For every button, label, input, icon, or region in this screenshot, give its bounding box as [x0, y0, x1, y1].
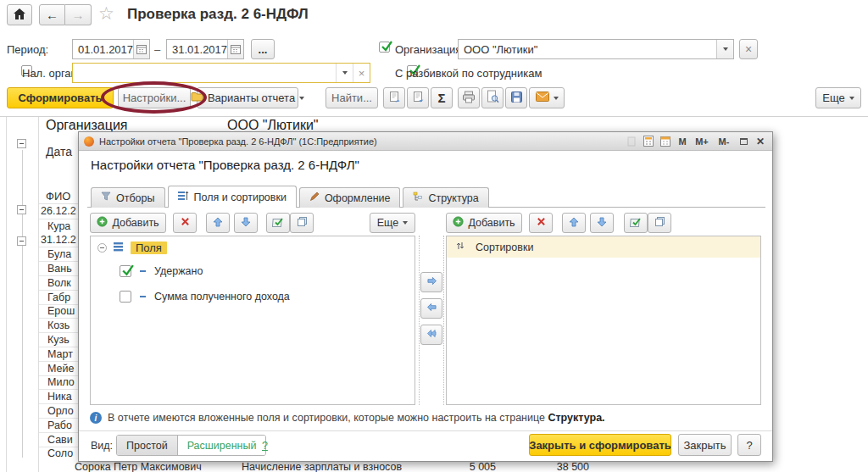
transfer-splitter[interactable]: [419, 236, 444, 405]
right-add-button[interactable]: Добавить: [446, 213, 522, 233]
fields-group-row[interactable]: Поля: [91, 236, 415, 258]
table-row[interactable]: Рабо: [39, 418, 78, 432]
find-button[interactable]: Найти...: [326, 87, 378, 108]
scale-down-button[interactable]: M-: [715, 135, 733, 148]
table-row[interactable]: Соло: [39, 447, 78, 460]
close-and-generate-button[interactable]: Закрыть и сформировать: [529, 434, 671, 456]
expand-groups-button[interactable]: [383, 87, 405, 108]
left-delete-button[interactable]: [173, 213, 197, 233]
close-button[interactable]: ✕: [754, 135, 767, 148]
table-row[interactable]: Мило: [39, 375, 78, 390]
right-move-up-button[interactable]: [562, 213, 586, 233]
left-add-button[interactable]: Добавить: [90, 213, 166, 233]
calendar-picker-icon[interactable]: [227, 40, 243, 58]
row-label: Кура: [47, 220, 70, 232]
report-date-label: Дата: [46, 145, 72, 158]
organization-combo[interactable]: ООО "Лютики": [458, 39, 734, 59]
period-options-button[interactable]: ...: [251, 39, 275, 59]
table-row[interactable]: 26.12.2: [39, 204, 78, 219]
report-name-column: 26.12.2Кура31.12.2БулаВаньВолкГабрЕрошКо…: [39, 203, 78, 460]
tab-structure[interactable]: Структура: [403, 187, 488, 208]
tax-authority-combo[interactable]: ×: [72, 63, 370, 83]
row-label: Мило: [47, 376, 75, 388]
field-item-row[interactable]: Удержано: [91, 258, 415, 284]
table-row[interactable]: Ерош: [39, 304, 78, 319]
maximize-button[interactable]: [737, 135, 750, 148]
table-row[interactable]: 31.12.2: [39, 233, 78, 247]
more-button[interactable]: Еще: [815, 87, 861, 108]
group-expander-icon[interactable]: [17, 236, 26, 246]
table-row[interactable]: Ника: [39, 389, 78, 403]
field-checkbox[interactable]: [120, 265, 131, 277]
scale-normal-button[interactable]: M: [676, 135, 689, 148]
group-expander-icon[interactable]: [17, 205, 26, 214]
table-row[interactable]: Кура: [39, 219, 78, 233]
view-mode-simple[interactable]: Простой: [117, 436, 178, 455]
field-item-row[interactable]: Сумма полученного дохода: [91, 284, 415, 309]
info-structure-link[interactable]: Структура.: [548, 412, 604, 424]
tab-fields-sorting[interactable]: Поля и сортировки: [168, 186, 297, 208]
left-more-button[interactable]: Еще: [370, 213, 415, 233]
home-button[interactable]: [7, 4, 32, 25]
tab-filters[interactable]: Отборы: [91, 187, 165, 208]
table-row[interactable]: Март: [39, 347, 78, 361]
organization-label: Организация:: [395, 43, 465, 56]
left-check-all-button[interactable]: [266, 213, 290, 233]
right-move-down-button[interactable]: [590, 213, 614, 233]
view-mode-help-link[interactable]: ?: [262, 440, 268, 452]
group-expander-icon[interactable]: [17, 139, 26, 148]
left-move-up-button[interactable]: [206, 213, 230, 233]
table-row[interactable]: Вань: [39, 261, 78, 275]
preview-button[interactable]: [481, 87, 504, 108]
clear-icon[interactable]: ×: [353, 64, 370, 82]
table-row[interactable]: Габр: [39, 290, 78, 304]
left-move-down-button[interactable]: [234, 213, 258, 233]
dialog-titlebar[interactable]: Настройки отчета "Проверка разд. 2 6-НДФ…: [79, 132, 772, 151]
forward-button[interactable]: →: [65, 4, 92, 25]
email-button[interactable]: [529, 87, 565, 108]
print-button[interactable]: [458, 87, 480, 108]
dialog-close-button[interactable]: Закрыть: [678, 434, 732, 456]
view-mode-extended[interactable]: Расширенный: [178, 436, 266, 455]
date-to-field[interactable]: 31.01.2017: [166, 39, 244, 59]
table-row[interactable]: Волк: [39, 275, 78, 290]
table-row[interactable]: Була: [39, 247, 78, 261]
move-right-button[interactable]: [420, 272, 442, 292]
calculator-icon[interactable]: [642, 135, 655, 148]
row-label: Габр: [47, 292, 70, 303]
add-icon: [97, 216, 108, 230]
table-row[interactable]: Орло: [39, 403, 78, 418]
sorting-header-row[interactable]: Сортировки: [447, 236, 760, 258]
calendar-picker-icon[interactable]: [133, 40, 149, 58]
tab-appearance[interactable]: Оформление: [299, 187, 401, 208]
back-button[interactable]: ←: [39, 4, 65, 25]
report-variants-button[interactable]: Варианты отчета: [197, 87, 298, 108]
table-row[interactable]: Кузь: [39, 332, 78, 347]
left-copy-button[interactable]: [290, 213, 314, 233]
favorite-star-icon[interactable]: ☆: [98, 3, 114, 24]
right-check-all-button[interactable]: [624, 213, 648, 233]
move-left-button[interactable]: [420, 298, 442, 319]
calendar-icon[interactable]: [659, 135, 672, 148]
field-checkbox[interactable]: [120, 291, 131, 303]
table-row[interactable]: Мейе: [39, 361, 78, 375]
organization-clear-button[interactable]: ×: [739, 39, 758, 59]
date-from-field[interactable]: 01.01.2017: [72, 39, 150, 59]
totals-button[interactable]: Σ: [431, 87, 453, 108]
tree-collapse-icon[interactable]: [97, 243, 107, 253]
dropdown-caret-icon[interactable]: [336, 64, 353, 82]
row-label: 31.12.2: [41, 234, 76, 246]
right-copy-button[interactable]: [648, 213, 671, 233]
save-button[interactable]: [505, 87, 527, 108]
move-all-left-button[interactable]: [420, 325, 442, 345]
table-row[interactable]: Сави: [39, 432, 78, 447]
table-row[interactable]: Козь: [39, 318, 78, 332]
right-delete-button[interactable]: [529, 213, 553, 233]
settings-button[interactable]: Настройки...: [118, 87, 191, 108]
organization-checkbox[interactable]: [379, 42, 390, 53]
dialog-help-button[interactable]: ?: [737, 434, 761, 456]
collapse-groups-button[interactable]: [407, 87, 429, 108]
scale-up-button[interactable]: M+: [693, 135, 711, 148]
dropdown-caret-icon[interactable]: [716, 40, 733, 58]
generate-button[interactable]: Сформировать: [7, 87, 114, 108]
